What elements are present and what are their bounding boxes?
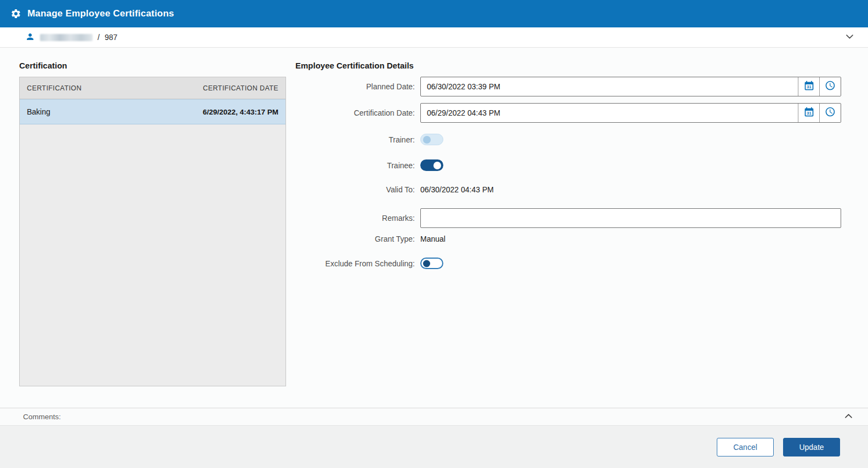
comments-bar: Comments: (0, 408, 868, 426)
certification-date-label: Certification Date: (295, 109, 420, 117)
svg-text:31: 31 (807, 111, 811, 116)
person-icon (25, 32, 35, 43)
trainer-row: Trainer: (295, 134, 849, 145)
remarks-label: Remarks: (295, 214, 420, 222)
trainer-toggle[interactable] (420, 134, 443, 145)
certification-date-time-button[interactable] (819, 104, 841, 122)
planned-date-calendar-button[interactable]: 31 (798, 77, 819, 96)
cell-certification-date: 6/29/2022, 4:43:17 PM (203, 108, 278, 116)
certification-panel-title: Certification (19, 61, 286, 70)
toggle-knob (433, 162, 441, 169)
planned-date-label: Planned Date: (295, 82, 420, 91)
trainer-label: Trainer: (295, 135, 420, 144)
exclude-from-scheduling-label: Exclude From Scheduling: (295, 259, 420, 268)
certification-date-calendar-button[interactable]: 31 (798, 104, 819, 122)
action-footer: Cancel Update (0, 426, 868, 468)
details-panel-title: Employee Certification Details (295, 61, 849, 70)
valid-to-label: Valid To: (295, 185, 420, 194)
manage-employee-certifications-window: Manage Employee Certifications / 987 Cer… (0, 0, 868, 468)
employee-name-redacted (40, 34, 93, 41)
chevron-up-icon (843, 411, 854, 423)
certification-date-field: 31 (420, 103, 841, 123)
certification-table-empty-area (20, 124, 285, 386)
toggle-knob (423, 260, 430, 267)
certification-table-header: CERTIFICATION CERTIFICATION DATE (20, 77, 285, 99)
app-header: Manage Employee Certifications (0, 0, 868, 27)
column-header-certification: CERTIFICATION (27, 84, 82, 92)
clock-icon (825, 80, 836, 93)
trainee-toggle[interactable] (420, 159, 443, 171)
comments-collapse[interactable] (843, 411, 854, 423)
clock-icon (825, 106, 836, 119)
cancel-button[interactable]: Cancel (717, 438, 774, 456)
grant-type-value: Manual (420, 235, 446, 243)
planned-date-row: Planned Date: 31 (295, 77, 849, 96)
grant-type-row: Grant Type: Manual (295, 235, 849, 243)
exclude-from-scheduling-row: Exclude From Scheduling: (295, 258, 849, 269)
remarks-row: Remarks: (295, 208, 849, 228)
planned-date-time-button[interactable] (819, 77, 841, 96)
breadcrumb-separator: / (98, 33, 100, 42)
gear-icon (10, 8, 21, 19)
valid-to-value: 06/30/2022 04:43 PM (420, 185, 494, 194)
calendar-icon: 31 (803, 80, 815, 94)
calendar-icon: 31 (803, 106, 815, 120)
chevron-down-icon (844, 31, 855, 43)
update-button[interactable]: Update (783, 438, 840, 456)
exclude-from-scheduling-toggle[interactable] (420, 258, 443, 269)
main-content: Certification CERTIFICATION CERTIFICATIO… (0, 48, 868, 408)
column-header-certification-date: CERTIFICATION DATE (203, 84, 278, 92)
toggle-knob (423, 136, 431, 144)
certification-list-panel: Certification CERTIFICATION CERTIFICATIO… (19, 53, 286, 408)
comments-label: Comments: (23, 413, 61, 421)
planned-date-input[interactable] (421, 77, 798, 96)
certification-details-panel: Employee Certification Details Planned D… (295, 53, 849, 408)
planned-date-field: 31 (420, 77, 841, 96)
trainee-label: Trainee: (295, 161, 420, 170)
page-title: Manage Employee Certifications (27, 8, 174, 19)
grant-type-label: Grant Type: (295, 235, 420, 243)
certification-table: CERTIFICATION CERTIFICATION DATE Baking … (19, 77, 286, 386)
trainee-row: Trainee: (295, 159, 849, 171)
remarks-input[interactable] (420, 208, 841, 228)
employee-bar-collapse[interactable] (844, 31, 855, 43)
employee-number: 987 (105, 33, 117, 42)
cell-certification-name: Baking (27, 107, 50, 116)
table-row[interactable]: Baking 6/29/2022, 4:43:17 PM (20, 99, 285, 124)
employee-bar: / 987 (0, 27, 868, 48)
svg-text:31: 31 (807, 84, 811, 89)
valid-to-row: Valid To: 06/30/2022 04:43 PM (295, 185, 849, 194)
certification-date-row: Certification Date: 31 (295, 103, 849, 123)
certification-date-input[interactable] (421, 104, 798, 122)
